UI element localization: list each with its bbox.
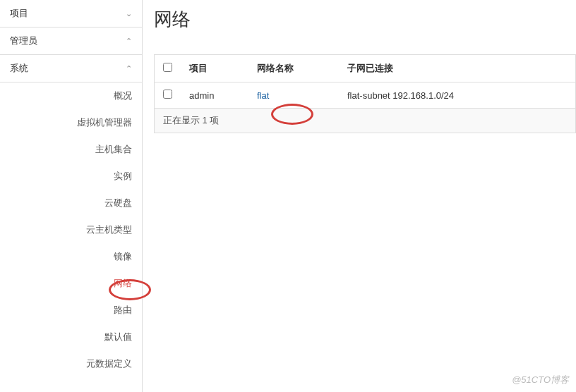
nav-section-label: 系统 — [10, 62, 28, 75]
chevron-up-icon: ⌃ — [126, 64, 132, 73]
nav-item-routers[interactable]: 路由 — [0, 297, 142, 324]
nav-section-project[interactable]: 项目 ⌄ — [0, 0, 142, 27]
nav-section-admin[interactable]: 管理员 ⌃ — [0, 27, 142, 54]
col-header-project[interactable]: 项目 — [181, 55, 248, 82]
table-footer: 正在显示 1 项 — [155, 109, 575, 133]
nav-section-system[interactable]: 系统 ⌃ — [0, 55, 142, 82]
table-row: admin flat flat-subnet 192.168.1.0/24 — [155, 82, 575, 109]
cell-project: admin — [181, 82, 248, 109]
select-all-checkbox[interactable] — [163, 63, 172, 72]
chevron-down-icon: ⌄ — [126, 9, 132, 18]
nav-item-networks[interactable]: 网络 — [0, 270, 142, 297]
row-checkbox[interactable] — [163, 90, 172, 99]
nav-item-host-aggregates[interactable]: 主机集合 — [0, 136, 142, 163]
network-name-link[interactable]: flat — [257, 90, 269, 101]
nav-item-volumes[interactable]: 云硬盘 — [0, 190, 142, 216]
nav-item-overview[interactable]: 概况 — [0, 82, 142, 109]
page-title: 网络 — [154, 7, 576, 32]
nav-section-label: 管理员 — [10, 35, 37, 47]
nav-item-hypervisors[interactable]: 虚拟机管理器 — [0, 109, 142, 136]
nav-item-images[interactable]: 镜像 — [0, 243, 142, 270]
main-content: 网络 项目 网络名称 子网已连接 admin flat fl — [143, 0, 576, 392]
col-header-name[interactable]: 网络名称 — [248, 55, 339, 82]
watermark: @51CTO博客 — [512, 374, 569, 386]
cell-subnets: flat-subnet 192.168.1.0/24 — [339, 82, 575, 109]
nav-item-flavors[interactable]: 云主机类型 — [0, 216, 142, 243]
col-header-subnets[interactable]: 子网已连接 — [339, 55, 575, 82]
nav-item-metadata[interactable]: 元数据定义 — [0, 350, 142, 377]
chevron-up-icon: ⌃ — [126, 37, 132, 46]
nav-item-defaults[interactable]: 默认值 — [0, 324, 142, 350]
sidebar: 项目 ⌄ 管理员 ⌃ 系统 ⌃ 概况 虚拟机管理器 主机集合 实例 云硬盘 云主… — [0, 0, 143, 392]
nav-section-label: 项目 — [10, 7, 28, 20]
nav-items: 概况 虚拟机管理器 主机集合 实例 云硬盘 云主机类型 镜像 网络 路由 默认值… — [0, 82, 142, 377]
nav-item-instances[interactable]: 实例 — [0, 163, 142, 190]
networks-table: 项目 网络名称 子网已连接 admin flat flat-subnet 192… — [154, 54, 576, 133]
